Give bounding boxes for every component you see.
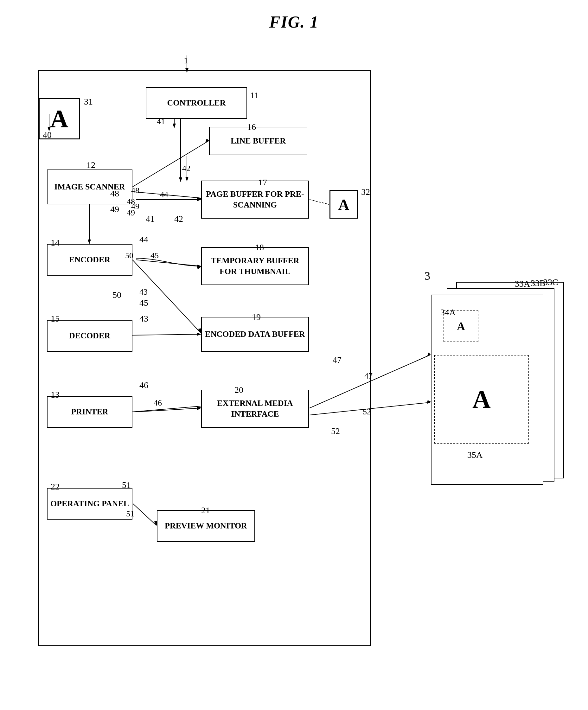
page-buffer-box: PAGE BUFFER FOR PRE-SCANNING: [201, 181, 309, 219]
ref-48-label: 48: [110, 189, 119, 199]
ref-50-label: 50: [113, 290, 121, 300]
ref-14: 14: [51, 238, 60, 248]
svg-marker-35: [427, 400, 431, 404]
image-scanner-box: IMAGE SCANNER: [47, 169, 133, 204]
ref-13: 13: [51, 390, 60, 400]
ref-46-label: 46: [139, 380, 148, 390]
ref-31: 31: [84, 97, 93, 107]
ref-33c: 33C: [543, 277, 558, 287]
ref-20: 20: [234, 385, 243, 395]
letter-a-small: A: [329, 190, 358, 219]
printer-box: PRINTER: [47, 396, 133, 428]
ref-15: 15: [51, 314, 60, 324]
ref-43-label: 43: [139, 314, 148, 324]
main-system-box: [38, 70, 371, 646]
controller-box: CONTROLLER: [146, 87, 247, 119]
ref-11: 11: [250, 90, 259, 100]
ref-33b: 33B: [531, 278, 545, 288]
ref-33a: 33A: [515, 279, 530, 289]
ref-40: 40: [43, 130, 52, 140]
figure-title: FIG. 1: [0, 0, 588, 31]
ref-3: 3: [425, 269, 430, 283]
ref-35a: 35A: [467, 450, 483, 460]
ref-21: 21: [201, 505, 210, 516]
ref-51-label: 51: [122, 480, 131, 490]
ref-45-label: 45: [139, 298, 148, 308]
ref-17: 17: [258, 178, 267, 188]
ref-19: 19: [252, 312, 261, 322]
decoder-box: DECODER: [47, 320, 133, 352]
ref-32: 32: [361, 187, 370, 197]
ref-44-label: 44: [139, 234, 148, 244]
ref-18: 18: [255, 242, 264, 253]
ref-42-label: 42: [174, 214, 183, 224]
ref-34a: 34A: [440, 307, 455, 317]
ext-media-box: EXTERNAL MEDIA INTERFACE: [201, 390, 309, 428]
thumbnail-large-a: A: [434, 355, 529, 444]
line-buffer-box: LINE BUFFER: [209, 127, 307, 155]
ref-47-label: 47: [333, 355, 342, 365]
operating-panel-box: OPERATING PANEL: [47, 488, 133, 520]
ref-16: 16: [247, 122, 256, 132]
diagram-container: 1 A 31 40 12 IMAGE SCANNER CONTROLLER 11…: [19, 38, 583, 691]
encoder-box: ENCODER: [47, 244, 133, 276]
temp-buffer-box: TEMPORARY BUFFER FOR THUMBNAIL: [201, 247, 309, 285]
svg-marker-32: [427, 353, 431, 357]
ref-12: 12: [87, 160, 95, 170]
ref-22: 22: [51, 481, 60, 492]
arrow-a-to-scanner: [48, 108, 79, 133]
ref-52-label: 52: [331, 426, 340, 436]
ref-41-label: 41: [146, 214, 155, 224]
ref-49-label: 49: [110, 204, 119, 214]
